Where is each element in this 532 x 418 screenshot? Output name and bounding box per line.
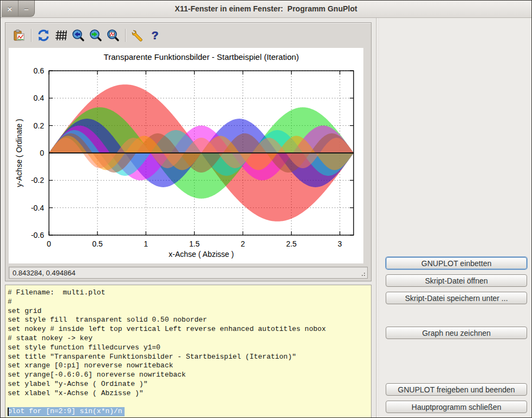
script-line-selected[interactable]: plot for [n=2:9] sin(x*n)/n bbox=[8, 407, 125, 416]
script-line[interactable]: # Filename: multi.plot bbox=[8, 288, 369, 298]
window-title: X11-Fenster in einem Fenster: Programm G… bbox=[1, 4, 531, 13]
script-line[interactable]: set xlabel "x-Achse ( Abzisse )" bbox=[8, 389, 369, 398]
y-tick-label: -0.4 bbox=[31, 204, 44, 212]
script-line[interactable]: set grid bbox=[8, 307, 369, 316]
copy-plot-to-clipboard-icon[interactable] bbox=[12, 28, 26, 42]
refresh-icon[interactable] bbox=[36, 28, 51, 42]
script-line[interactable]: set nokey # inside left top vertical Lef… bbox=[8, 325, 369, 334]
script-line[interactable]: set yrange[-0.6:0.6] noreverse nowriteba… bbox=[8, 371, 369, 380]
script-line[interactable]: # staat nokey -> key bbox=[8, 334, 369, 343]
zoom-plot-icon[interactable] bbox=[106, 28, 120, 42]
x-tick-label: 0 bbox=[47, 239, 51, 248]
script-editor[interactable]: # Filename: multi.plot#set gridset style… bbox=[5, 285, 372, 418]
script-line[interactable]: # bbox=[8, 298, 369, 307]
zoom-previous-icon[interactable] bbox=[71, 28, 85, 42]
window-titlebar: × – X11-Fenster in einem Fenster: Progra… bbox=[1, 1, 531, 18]
release-gnuplot-and-quit-button[interactable]: GNUPLOT freigeben und beenden bbox=[386, 383, 527, 396]
y-tick-label: 0 bbox=[40, 149, 44, 157]
right-column: GNUPLOT einbetten Skript-Datei öffnen Sk… bbox=[379, 18, 531, 417]
close-main-program-button[interactable]: Hauptprogramm schließen bbox=[386, 401, 527, 413]
y-axis-label: y-Achse ( Ordinate ) bbox=[15, 119, 23, 187]
x-tick-label: 2 bbox=[241, 239, 245, 248]
x-axis-label: x-Achse ( Abzisse ) bbox=[169, 250, 234, 259]
app-window: × – X11-Fenster in einem Fenster: Progra… bbox=[0, 0, 532, 418]
x-tick-label: 3 bbox=[338, 239, 342, 248]
gnuplot-panel: ? 00.511.522.530.60.40.20-0.2-0.4-0.6Tra… bbox=[5, 22, 372, 281]
script-line[interactable] bbox=[8, 398, 369, 408]
help-glyph: ? bbox=[152, 29, 159, 41]
save-script-file-as-button[interactable]: Skript-Datei speichern unter ... bbox=[386, 292, 527, 304]
y-tick-label: 0.2 bbox=[34, 121, 45, 130]
script-line[interactable]: set style fill transparent solid 0.50 no… bbox=[8, 316, 369, 325]
zoom-next-icon[interactable] bbox=[89, 28, 103, 42]
text-caret bbox=[8, 408, 9, 416]
y-tick-label: 0.6 bbox=[34, 66, 45, 75]
gnuplot-chart: 00.511.522.530.60.40.20-0.2-0.4-0.6Trans… bbox=[9, 48, 363, 263]
grid-toggle-icon[interactable] bbox=[54, 28, 68, 42]
script-line[interactable]: set style function filledcurves y1=0 bbox=[8, 343, 369, 353]
x-tick-label: 1.5 bbox=[189, 239, 200, 248]
settings-wrench-icon[interactable] bbox=[131, 28, 145, 42]
chart-title: Transparente Funktionsbilder - Startbeis… bbox=[104, 52, 299, 62]
resize-grip-icon[interactable] bbox=[361, 272, 366, 276]
toolbar-separator bbox=[31, 29, 32, 42]
script-line[interactable]: set xrange [0:pi] noreverse nowriteback bbox=[8, 361, 369, 371]
plot-canvas[interactable]: 00.511.522.530.60.40.20-0.2-0.4-0.6Trans… bbox=[9, 48, 363, 263]
plot-statusbar: 0.843284, 0.494864 bbox=[9, 267, 368, 279]
x-tick-label: 0.5 bbox=[92, 239, 103, 248]
toolbar-separator bbox=[125, 29, 126, 42]
left-column: ? 00.511.522.530.60.40.20-0.2-0.4-0.6Tra… bbox=[1, 18, 376, 417]
redraw-graph-button[interactable]: Graph neu zeichnen bbox=[386, 327, 527, 339]
embed-gnuplot-button[interactable]: GNUPLOT einbetten bbox=[386, 257, 527, 269]
y-tick-label: -0.2 bbox=[31, 176, 44, 185]
script-line[interactable]: set ylabel "y-Achse ( Ordinate )" bbox=[8, 380, 369, 389]
y-tick-label: 0.4 bbox=[34, 94, 45, 102]
plot-toolbar: ? bbox=[7, 24, 370, 47]
y-tick-label: -0.6 bbox=[31, 231, 44, 239]
cursor-coordinates: 0.843284, 0.494864 bbox=[13, 269, 76, 277]
open-script-file-button[interactable]: Skript-Datei öffnen bbox=[386, 274, 527, 287]
help-icon[interactable]: ? bbox=[148, 28, 162, 42]
x-tick-label: 1 bbox=[144, 239, 148, 248]
x-tick-label: 2.5 bbox=[286, 239, 297, 248]
script-line[interactable]: set title "Transparente Funktionsbilder … bbox=[8, 353, 369, 362]
